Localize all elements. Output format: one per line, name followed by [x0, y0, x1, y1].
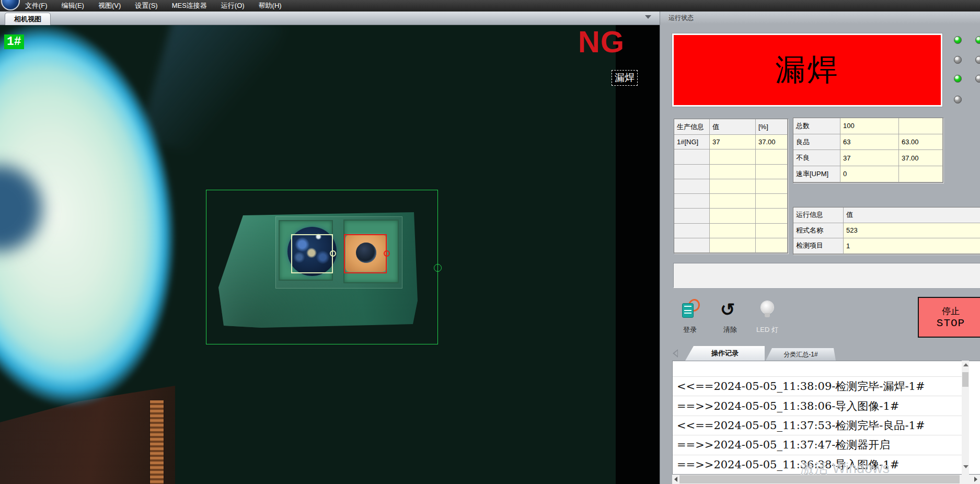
menu-item-0[interactable]: 文件(F): [25, 1, 48, 10]
table-row: [674, 149, 788, 164]
hscroll-thumb[interactable]: [679, 475, 960, 483]
image-edge-strip: [616, 25, 660, 484]
table-row: [674, 209, 788, 223]
clear-button-label: 清除: [713, 325, 747, 335]
roi-rectangle: [206, 190, 438, 344]
led-button-label: LED 灯: [750, 325, 785, 335]
table-header-row: 生产信息值[%]: [674, 119, 788, 135]
status-light-green: [954, 36, 962, 44]
clear-button[interactable]: ↺ 清除: [713, 298, 747, 335]
camera-viewport[interactable]: 1# NG 漏焊: [0, 25, 660, 484]
menu-item-6[interactable]: 帮助(H): [259, 1, 282, 10]
menu-item-4[interactable]: MES连接器: [172, 1, 207, 10]
table-row: [674, 238, 788, 253]
tab-operation-log[interactable]: 操作记录: [685, 346, 765, 361]
table-cell: [674, 165, 710, 179]
log-row[interactable]: ==>>2024-05-05_11:37:47-检测器开启: [673, 435, 963, 455]
table-header-cell: 值: [844, 208, 980, 223]
login-button[interactable]: 登录: [673, 298, 707, 335]
table-cell: [756, 224, 788, 238]
scroll-up-icon[interactable]: [963, 363, 969, 366]
tab-camera-view-label: 相机视图: [14, 15, 41, 24]
menu-bar: 文件(F)编辑(E)视图(V)设置(S)MES连接器运行(O)帮助(H): [0, 0, 980, 11]
table-cell: 总数: [793, 118, 840, 134]
tab-camera-view[interactable]: 相机视图: [5, 13, 51, 25]
table-cell: [674, 238, 710, 253]
tab-category-summary[interactable]: 分类汇总-1#: [766, 348, 836, 361]
table-cell: [756, 194, 788, 209]
table-row: 检测项目1: [793, 238, 980, 254]
camera-id-badge: 1#: [4, 34, 24, 49]
table-row: [674, 165, 788, 179]
vscroll-thumb[interactable]: [962, 372, 969, 387]
reset-arrow-icon: ↺: [720, 298, 735, 321]
table-cell: 速率[UPM]: [793, 166, 840, 182]
table-row: [674, 179, 788, 194]
stop-button-label-cn: 停止: [942, 305, 960, 317]
camera-panel: 相机视图: [0, 11, 660, 484]
table-header-row: 运行信息值: [793, 208, 980, 223]
panel-title: 运行状态: [660, 11, 980, 24]
table-cell: 0: [840, 166, 899, 182]
table-cell: 检测项目: [793, 238, 844, 254]
table-cell: 63.00: [899, 134, 943, 151]
tab-strip-dropdown-icon[interactable]: [645, 15, 651, 19]
table-cell: [674, 149, 710, 164]
table-row: 总数100: [793, 118, 943, 134]
status-light-green: [954, 75, 962, 83]
table-cell: [710, 224, 756, 238]
table-cell: 1: [844, 238, 980, 254]
operation-log-list[interactable]: <<==2024-05-05_11:38:09-检测完毕-漏焊-1#==>>20…: [672, 361, 980, 475]
alarm-frame: 漏焊: [672, 33, 943, 107]
table-cell: [756, 165, 788, 179]
table-cell: 1#[NG]: [674, 135, 710, 149]
scroll-left-icon[interactable]: [674, 477, 677, 482]
table-row: 程式名称523: [793, 223, 980, 239]
stop-button[interactable]: 停止 STOP: [918, 297, 980, 338]
menu-item-5[interactable]: 运行(O): [221, 1, 245, 10]
scroll-down-icon[interactable]: [963, 465, 969, 468]
table-cell: [899, 118, 943, 134]
table-cell: [710, 149, 756, 164]
tab-operation-log-label: 操作记录: [711, 349, 739, 358]
menu-item-3[interactable]: 设置(S): [135, 1, 157, 10]
table-cell: [710, 194, 756, 209]
production-table: 生产信息值[%]1#[NG]3737.00: [674, 119, 788, 253]
status-light-gray: [954, 96, 962, 103]
status-light-gray: [975, 75, 980, 83]
log-horizontal-scrollbar[interactable]: [672, 475, 980, 484]
message-box: [673, 263, 980, 288]
table-cell: [710, 179, 756, 194]
log-row[interactable]: ==>>2024-05-05_11:38:06-导入图像-1#: [673, 396, 963, 416]
table-row: 1#[NG]3737.00: [674, 135, 788, 149]
table-cell: [674, 179, 710, 194]
status-light-green: [975, 36, 980, 44]
log-row[interactable]: <<==2024-05-05_11:37:53-检测完毕-良品-1#: [673, 416, 963, 435]
led-light-button[interactable]: LED 灯: [750, 298, 785, 335]
menu-item-2[interactable]: 视图(V): [98, 1, 121, 10]
table-header-cell: 运行信息: [793, 208, 844, 223]
table-cell: 37: [840, 150, 899, 166]
log-row-empty: [673, 361, 963, 377]
table-cell: [674, 194, 710, 209]
roi-notch: [434, 264, 442, 272]
table-cell: 100: [840, 118, 899, 134]
table-cell: [710, 165, 756, 179]
log-vertical-scrollbar[interactable]: [962, 361, 969, 475]
table-cell: [899, 166, 943, 182]
login-button-label: 登录: [673, 325, 707, 335]
status-light-gray: [954, 56, 962, 64]
table-row: 良品6363.00: [793, 134, 943, 151]
log-row[interactable]: <<==2024-05-05_11:38:09-检测完毕-漏焊-1#: [673, 377, 963, 396]
table-row: [674, 224, 788, 238]
bulb-icon: [761, 301, 774, 314]
status-light-gray: [975, 56, 980, 64]
run-status-panel: 运行状态 漏焊 生产信息值[%]1#[NG]3737.00 总数100良品636…: [660, 11, 980, 484]
id-badge-icon: [681, 299, 700, 320]
app-window: 文件(F)编辑(E)视图(V)设置(S)MES连接器运行(O)帮助(H) 相机视…: [0, 0, 980, 484]
menu-item-1[interactable]: 编辑(E): [62, 1, 84, 10]
scroll-right-icon[interactable]: [974, 477, 977, 482]
tab-scroll-left-icon[interactable]: [673, 349, 678, 358]
table-cell: [710, 209, 756, 223]
table-cell: [674, 224, 710, 238]
